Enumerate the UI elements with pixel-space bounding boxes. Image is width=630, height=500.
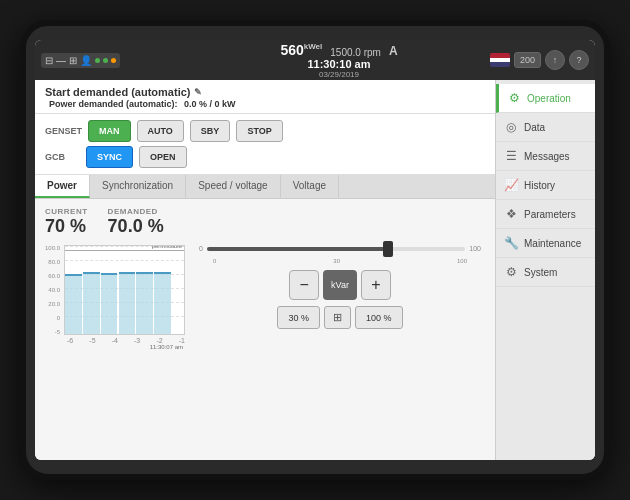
panel-subtitle: Power demanded (automatic): 0.0 % / 0 kW [45,99,485,109]
sidebar-label-maintenance: Maintenance [524,238,581,249]
gcb-label: GCB [45,152,80,162]
gcb-row: GCB SYNC OPEN [45,146,485,168]
permissible-line: permissible [65,250,184,251]
maintenance-icon: 🔧 [504,236,518,250]
amp-display: A [389,44,398,58]
btn-sync[interactable]: SYNC [86,146,133,168]
top-right-controls[interactable]: 200 ↑ ? [490,50,589,70]
person-icon: 👤 [80,55,92,66]
gen-icon: ⊟ [45,55,53,66]
demanded-label: DEMANDED [108,207,164,216]
system-icon: ⚙ [504,265,518,279]
current-value: 70 % [45,216,88,237]
buttons-section: GENSET MAN AUTO SBY STOP GCB SYNC OPEN [35,114,495,175]
status-icons: ⊟ — ⊞ 👤 [41,53,120,68]
bar-2 [83,272,100,334]
top-center-info: 560kWel 1500.0 rpm A 11:30:10 am 03/29/2… [192,42,486,79]
counter-value: 200 [520,55,535,65]
controls-panel: 0 100 030100 [195,245,485,350]
panel-header: Start demanded (automatic) ✎ Power deman… [35,80,495,114]
btn-open[interactable]: OPEN [139,146,187,168]
tab-power[interactable]: Power [35,175,90,198]
bar-3 [101,273,118,334]
plus-btn[interactable]: + [361,270,391,300]
kw-display: 560kWel [280,42,322,58]
btn-man[interactable]: MAN [88,120,131,142]
sidebar-item-system[interactable]: ⚙ System [496,258,595,287]
tablet-frame: ⊟ — ⊞ 👤 560kWel 1500.0 rpm [20,20,610,480]
panel-title-text: Start demanded (automatic) [45,86,190,98]
ctrl-buttons-row: − kVar + [195,270,485,300]
bus-icon: ⊞ [69,55,77,66]
parameters-icon: ❖ [504,207,518,221]
tablet-screen: ⊟ — ⊞ 👤 560kWel 1500.0 rpm [35,40,595,460]
sidebar-label-history: History [524,180,555,191]
sidebar-item-messages[interactable]: ☰ Messages [496,142,595,171]
bar-chart: 100.0 80.0 60.0 40.0 20.0 0 -5 [45,245,185,350]
subtitle-value: 0.0 % / 0 kW [184,99,236,109]
bar-4 [119,272,136,334]
status-dot-green2 [103,58,108,63]
unit-btn[interactable]: kVar [323,270,357,300]
rpm-display: 1500.0 rpm [330,47,381,58]
messages-icon: ☰ [504,149,518,163]
edit-icon[interactable]: ✎ [194,87,202,97]
bar-6 [154,272,171,334]
status-dot-orange [111,58,116,63]
current-metric: CURRENT 70 % [45,207,88,237]
right-sidebar: ⚙ Operation ◎ Data ☰ Messages 📈 History … [495,80,595,460]
counter-btn[interactable]: 200 [514,52,541,68]
bar-5 [136,272,153,334]
grid-line-80 [65,260,184,261]
slider-thumb[interactable] [383,241,393,257]
top-bar-left: ⊟ — ⊞ 👤 [41,53,188,68]
genset-row: GENSET MAN AUTO SBY STOP [45,120,485,142]
operation-icon: ⚙ [507,91,521,105]
demanded-metric: DEMANDED 70.0 % [108,207,164,237]
kw-unit: kWel [304,42,323,51]
export-btn[interactable]: ↑ [545,50,565,70]
slider-ticks: 030100 [195,258,485,264]
minus-btn[interactable]: − [289,270,319,300]
tab-voltage[interactable]: Voltage [281,175,339,198]
sidebar-label-operation: Operation [527,93,571,104]
btn-group: GENSET MAN AUTO SBY STOP GCB SYNC OPEN [45,120,485,168]
top-bar: ⊟ — ⊞ 👤 560kWel 1500.0 rpm [35,40,595,80]
btn-stop[interactable]: STOP [236,120,282,142]
subtitle-label: Power demanded (automatic): [49,99,178,109]
sidebar-item-data[interactable]: ◎ Data [496,113,595,142]
slider-track[interactable] [207,247,465,251]
date-display: 03/29/2019 [319,70,359,79]
link-icon: — [56,55,66,66]
btn-auto[interactable]: AUTO [137,120,184,142]
preset-100-btn[interactable]: 100 % [355,306,403,329]
help-btn[interactable]: ? [569,50,589,70]
tabs-row: Power Synchronization Speed / voltage Vo… [35,175,495,199]
data-icon: ◎ [504,120,518,134]
flag-icon[interactable] [490,53,510,67]
left-panel: Start demanded (automatic) ✎ Power deman… [35,80,495,460]
slider-max-label: 100 [469,245,481,252]
tab-synchronization[interactable]: Synchronization [90,175,186,198]
sidebar-item-operation[interactable]: ⚙ Operation [496,84,595,113]
sidebar-item-parameters[interactable]: ❖ Parameters [496,200,595,229]
preset-30-btn[interactable]: 30 % [277,306,320,329]
chart-time-label: 11:30:07 am [45,344,185,350]
btn-sby[interactable]: SBY [190,120,231,142]
bar-chart-inner: permissible [64,245,185,335]
slider-row: 0 100 [195,245,485,252]
sidebar-item-maintenance[interactable]: 🔧 Maintenance [496,229,595,258]
preset-buttons-row: 30 % ⊞ 100 % [195,306,485,329]
sidebar-label-messages: Messages [524,151,570,162]
sidebar-item-history[interactable]: 📈 History [496,171,595,200]
sidebar-label-data: Data [524,122,545,133]
sidebar-label-parameters: Parameters [524,209,576,220]
status-dot-green [95,58,100,63]
tab-content-power: CURRENT 70 % DEMANDED 70.0 % [35,199,495,460]
panel-title: Start demanded (automatic) ✎ [45,86,485,98]
gen-status-box: ⊟ — ⊞ 👤 [41,53,120,68]
slider-fill [207,247,388,251]
preset-grid-btn[interactable]: ⊞ [324,306,351,329]
tab-speed-voltage[interactable]: Speed / voltage [186,175,281,198]
slider-min-label: 0 [199,245,203,252]
